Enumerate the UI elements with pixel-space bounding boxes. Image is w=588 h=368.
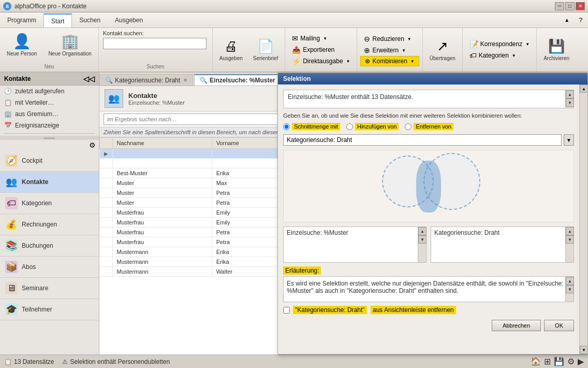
- kombinieren-button[interactable]: ⊗ Kombinieren ▼: [360, 56, 419, 66]
- serienbrief-label: Serienbrief: [253, 55, 278, 61]
- home-icon[interactable]: 🏠: [531, 357, 541, 366]
- menu-tab-ausgeben[interactable]: Ausgeben: [108, 12, 150, 27]
- neue-person-label: Neue Person: [7, 51, 37, 56]
- sidebar-nav-seminare[interactable]: 🖥 Seminare: [0, 278, 99, 299]
- reduzieren-icon: ⊖: [364, 35, 370, 43]
- close-button[interactable]: ✕: [576, 2, 585, 10]
- combo-row: Kategoriensuche: Draht ▼: [283, 134, 574, 146]
- sidebar-nav-teilnehmer[interactable]: 🎓 Teilnehmer: [0, 299, 99, 320]
- panel-scrollbar[interactable]: ▲ ▼: [579, 84, 587, 354]
- radio-entfernen[interactable]: Entfernen von: [405, 123, 453, 130]
- kategorien-btn[interactable]: 🏷 Kategorien ▼: [466, 50, 533, 61]
- sidebar-item-ereignis[interactable]: 📅 Ereignisanzeige: [0, 120, 99, 131]
- arrow-icon[interactable]: ▶: [578, 357, 584, 366]
- settings-icon[interactable]: ⚙: [567, 357, 575, 366]
- menu-tab-start[interactable]: Start: [43, 13, 72, 27]
- sidebar-nav-kategorien[interactable]: 🏷 Kategorien: [0, 193, 99, 214]
- archivieren-button[interactable]: 💾 Archivieren: [539, 36, 574, 64]
- row-arrow: [100, 267, 113, 277]
- reduzieren-button[interactable]: ⊖ Reduzieren ▼: [360, 33, 419, 45]
- right-scroll[interactable]: ▲ ▼: [565, 227, 574, 262]
- erlaeuterung-scroll[interactable]: ▲ ▼: [565, 277, 574, 302]
- cell-nachname: Muster: [112, 178, 212, 188]
- mailing-label: Mailing: [300, 35, 320, 42]
- sidebar-nav-abos[interactable]: 📦 Abos: [0, 257, 99, 278]
- neue-organisation-label: Neue Organisation: [48, 51, 91, 56]
- save-icon[interactable]: 💾: [554, 357, 564, 366]
- tab-kat-close[interactable]: ✕: [183, 77, 187, 83]
- scroll-down-btn[interactable]: ▼: [566, 98, 574, 107]
- sidebar-nav-cockpit[interactable]: 🧭 Cockpit: [0, 150, 99, 172]
- contact-subtitle: Einzelsuche: %Muster: [128, 100, 185, 106]
- scroll-up-btn[interactable]: ▲: [566, 90, 574, 98]
- sidebar-item-recent[interactable]: 🕐 zuletzt aufgerufen: [0, 86, 99, 97]
- selektion-dropdown[interactable]: Kategoriensuche: Draht: [283, 134, 562, 146]
- sidebar-collapse-icon[interactable]: ◁◁: [83, 75, 95, 83]
- selektion-status-text: Selektion enthält Personendubletten: [70, 358, 170, 365]
- sidebar-item-gremium[interactable]: 🏢 aus Gremium…: [0, 108, 99, 120]
- abbrechen-button[interactable]: Abbrechen: [492, 320, 541, 331]
- ok-button[interactable]: OK: [544, 320, 574, 331]
- menubar: Programm Start Suchen Ausgeben ▲ ?: [0, 12, 588, 28]
- help-icon[interactable]: ?: [574, 12, 588, 27]
- row-arrow: [100, 208, 113, 218]
- ausgeben-button[interactable]: 🖨 Ausgeben: [215, 30, 247, 69]
- left-scroll[interactable]: ▲ ▼: [418, 227, 426, 262]
- info-scrollbar[interactable]: ▲ ▼: [565, 90, 574, 108]
- radio-schnittmenge[interactable]: Schnittmenge mit: [283, 123, 340, 130]
- sidebar-settings-icon[interactable]: ⚙: [89, 141, 96, 149]
- tab-einzel-icon: 🔍: [200, 77, 208, 84]
- sidebar-nav-rechnungen[interactable]: 💰 Rechnungen: [0, 214, 99, 235]
- korrespondenz-label: Korrespondenz: [480, 40, 522, 48]
- records-icon: 📋: [4, 358, 12, 365]
- clock-icon: 🕐: [4, 88, 12, 95]
- neue-person-button[interactable]: 👤 Neue Person: [2, 30, 41, 59]
- combo-arrow[interactable]: ▼: [564, 134, 574, 146]
- kombinieren-label: Kombinieren: [372, 58, 407, 65]
- maximize-button[interactable]: □: [565, 2, 575, 10]
- cell-nachname: Musterfrau: [112, 237, 212, 247]
- menu-tab-programm[interactable]: Programm: [0, 12, 43, 27]
- remove-checkbox[interactable]: [283, 307, 290, 314]
- kontakt-suchen-input[interactable]: [103, 38, 207, 49]
- help-up-arrow[interactable]: ▲: [560, 12, 574, 27]
- direktausgabe-button[interactable]: ⚡ Direktausgabe ▼: [288, 55, 354, 67]
- ribbon-archivieren-group: 💾 Archivieren: [537, 28, 576, 72]
- reduzieren-label: Reduzieren: [372, 35, 404, 43]
- einzelsuche-label-box: Einzelsuche: %Muster ▲ ▼: [283, 227, 427, 263]
- row-arrow: [100, 188, 113, 198]
- selektion-status-icon: ⚠: [62, 358, 68, 365]
- erlaeuterung-section: Erläuterung: Es wird eine Selektion erst…: [283, 267, 574, 302]
- mailing-button[interactable]: ✉ Mailing ▼: [288, 33, 354, 44]
- grid-icon[interactable]: ⊞: [544, 357, 551, 366]
- sidebar-divider: [4, 133, 95, 134]
- kategorien-nav-icon: 🏷: [5, 197, 18, 209]
- buttons-row: Abbrechen OK: [283, 318, 574, 331]
- col-nachname[interactable]: Nachname: [112, 138, 212, 149]
- sidebar-nav-kontakte[interactable]: 👥 Kontakte: [0, 172, 99, 193]
- statusbar: 📋 13 Datensätze ⚠ Selektion enthält Pers…: [0, 355, 588, 368]
- serienbrief-button[interactable]: 📄 Serienbrief: [248, 30, 283, 69]
- tab-einzelsuche[interactable]: 🔍 Einzelsuche: %Muster: [194, 74, 281, 86]
- neue-organisation-button[interactable]: 🏢 Neue Organisation: [43, 30, 96, 59]
- exportieren-button[interactable]: 📤 Exportieren: [288, 44, 354, 55]
- ribbon-neu-section: 👤 Neue Person 🏢 Neue Organisation Neu: [0, 28, 99, 72]
- selektion-panel: Selektion Einzelsuche: %Muster enthält 1…: [277, 73, 588, 355]
- korrespondenz-button[interactable]: 📝 Korrespondenz ▼: [466, 38, 533, 50]
- radio-hinzufuegen[interactable]: Hinzufügen von: [346, 123, 399, 130]
- kontakte-nav-icon: 👥: [5, 176, 18, 188]
- kategorien-icon: 🏷: [469, 51, 477, 60]
- sidebar-nav-buchungen[interactable]: 📚 Buchungen: [0, 235, 99, 257]
- tab-kategoriensuche[interactable]: 🔍 Kategoriensuche: Draht ✕: [99, 74, 193, 86]
- sidebar: Kontakte ◁◁ 🕐 zuletzt aufgerufen 📋 mit V…: [0, 73, 99, 355]
- uebertragen-button[interactable]: ↗ Übertragen: [425, 36, 460, 64]
- cell-nachname: [112, 159, 212, 168]
- reduzieren-caret: ▼: [407, 37, 411, 41]
- sidebar-item-verteiler[interactable]: 📋 mit Verteiler…: [0, 97, 99, 108]
- label-box-left: Einzelsuche: %Muster ▲ ▼: [283, 227, 427, 263]
- minimize-button[interactable]: ─: [555, 2, 564, 10]
- sidebar-drag-area: ═══: [0, 136, 99, 140]
- erweitern-button[interactable]: ⊕ Erweitern ▼: [360, 45, 419, 56]
- menu-tab-suchen[interactable]: Suchen: [72, 12, 108, 27]
- kombinieren-caret: ▼: [410, 59, 415, 64]
